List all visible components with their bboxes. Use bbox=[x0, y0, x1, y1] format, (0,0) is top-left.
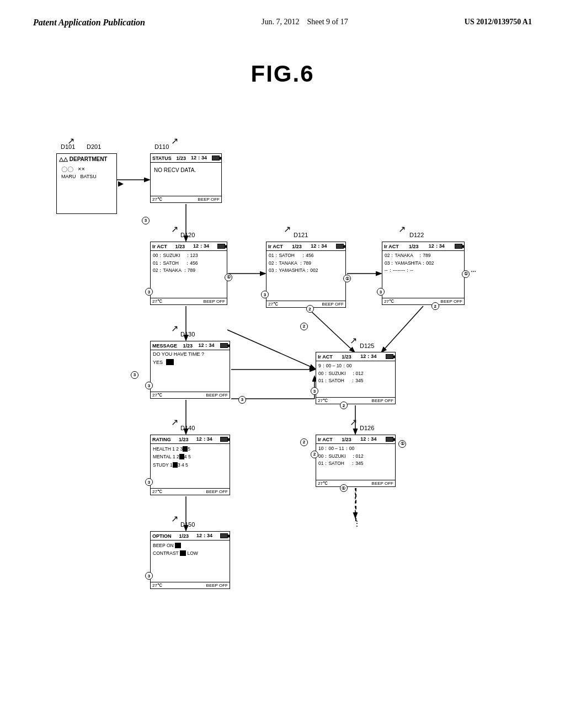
d125-content: 9：00 – 10：00 00：SUZUKI ：012 01：SATOH ：34… bbox=[316, 361, 395, 386]
d150-topbar: OPTION 1/23 12：34 bbox=[151, 532, 230, 540]
d125-battery bbox=[386, 354, 393, 359]
header-center: Jun. 7, 2012 Sheet 9 of 17 bbox=[262, 18, 348, 26]
dashed-line-below-d126 bbox=[355, 488, 356, 521]
fig-title: FIG.6 bbox=[0, 61, 565, 87]
squiggle-d120: ↗ bbox=[171, 224, 178, 234]
squiggle-d110: ↗ bbox=[171, 136, 178, 146]
d126-content: 10：00 – 11：00 00：SUZUKI ：012 01：SATOH ：3… bbox=[316, 444, 395, 469]
squiggle-d130: ↗ bbox=[171, 323, 178, 334]
circle2-d122-bottom: 2 bbox=[431, 302, 439, 310]
d150-battery bbox=[220, 533, 228, 538]
circle3-d121: 3 bbox=[261, 291, 269, 298]
circle1-d121-right: ① bbox=[343, 275, 351, 282]
d150-label: D150 bbox=[180, 521, 195, 528]
device-d125: Ir ACT 1/23 12：34 9：00 – 10：00 00：SUZUKI… bbox=[316, 352, 396, 404]
d130-label: D130 bbox=[180, 331, 195, 338]
d130-bottombar: 27℃ BEEP OFF bbox=[151, 392, 230, 398]
d101-symbols: 〇〇×× bbox=[61, 165, 114, 174]
diagram-area: D101 D201 D110 ↗ ↗ △△ DEPARTMENT 〇〇×× MA… bbox=[45, 98, 520, 622]
d126-label: D126 bbox=[360, 425, 374, 431]
squiggle-d150: ↗ bbox=[171, 513, 178, 524]
dots-below-d126: ⋮ bbox=[353, 519, 361, 528]
circle1-d122-right: ① bbox=[462, 270, 470, 278]
d140-label: D140 bbox=[180, 425, 195, 431]
circle3-d110area: 3 bbox=[142, 214, 150, 224]
d101-arrow: ▶ bbox=[118, 180, 123, 188]
d120-topbar: Ir ACT 1/23 12：34 bbox=[151, 242, 227, 251]
d126-battery bbox=[386, 437, 393, 442]
d121-content: 01：SATOH ：456 02：TANAKA ：789 03：YAMASHIT… bbox=[266, 251, 345, 276]
d101-labels: MARUBATSU bbox=[61, 174, 114, 179]
d122-topbar: Ir ACT 1/23 12：34 bbox=[382, 242, 464, 251]
device-d126: Ir ACT 1/23 12：34 10：00 – 11：00 00：SUZUK… bbox=[316, 435, 396, 487]
circle1-d120-right: ① bbox=[225, 274, 232, 281]
d101-dept: △△ DEPARTMENT bbox=[59, 156, 114, 162]
device-d120: Ir ACT 1/23 12：34 00：SUZUKI ：123 01：SATO… bbox=[150, 242, 227, 305]
d125-label: D125 bbox=[360, 342, 374, 349]
d122-bottombar: 27℃ BEEP OFF bbox=[382, 298, 464, 304]
d110-battery bbox=[212, 156, 220, 160]
svg-line-8 bbox=[227, 330, 315, 368]
d150-content: BEEP ON ■ CONTRAST ■ LOW bbox=[151, 540, 230, 559]
d126-bottombar: 27℃ BEEP OFF bbox=[316, 480, 395, 486]
d120-bottombar: 27℃ BEEP OFF bbox=[151, 298, 227, 304]
d120-label: D120 bbox=[180, 232, 195, 238]
d110-content: NO RECV DATA. bbox=[151, 163, 221, 178]
squiggle-d122: ↗ bbox=[398, 224, 406, 234]
squiggle-d140: ↗ bbox=[171, 417, 178, 427]
d110-topbar: STATUS 1/23 12：34 bbox=[151, 154, 221, 163]
circle3-d125-approach: 3 bbox=[238, 393, 246, 404]
header-right: US 2012/0139750 A1 bbox=[465, 18, 532, 26]
circle3-d122: 3 bbox=[377, 288, 385, 296]
squiggle-d126: ↗ bbox=[350, 417, 357, 427]
d140-battery bbox=[220, 437, 228, 442]
circle3-d125: 3 bbox=[311, 387, 318, 395]
d110-label: D110 bbox=[154, 143, 169, 150]
d201-label: D201 bbox=[87, 143, 101, 150]
d122-battery bbox=[455, 244, 462, 249]
circle2-mid: 2 bbox=[300, 320, 308, 330]
device-d122: Ir ACT 1/23 12：34 02：TANAKA ：789 03：YAMA… bbox=[382, 242, 465, 305]
device-d101: △△ DEPARTMENT 〇〇×× MARUBATSU ▶ bbox=[56, 153, 117, 214]
squiggle-d101: ↗ bbox=[67, 136, 74, 146]
d125-topbar: Ir ACT 1/23 12：34 bbox=[316, 352, 395, 361]
squiggle-d125: ↗ bbox=[350, 335, 357, 346]
circle3-d140: 3 bbox=[145, 478, 153, 486]
d110-bottombar: 27℃ BEEP OFF bbox=[151, 196, 221, 202]
device-d140: RATING 1/23 12：34 HEALTH 1 2 3■5 MENTAL … bbox=[150, 435, 230, 495]
circle2-d126-left: 2 bbox=[311, 451, 318, 458]
d150-bottombar: 27℃ BEEP OFF bbox=[151, 582, 230, 588]
circle3-d120: 3 bbox=[145, 288, 153, 296]
d120-battery bbox=[217, 244, 225, 249]
d121-topbar: Ir ACT 1/23 12：34 bbox=[266, 242, 345, 251]
d130-content: DO YOU HAVE TIME ? YES bbox=[151, 350, 230, 366]
squiggle-d121: ↗ bbox=[284, 224, 291, 234]
circle2-d126-approach: 2 bbox=[300, 436, 308, 446]
device-d110: STATUS 1/23 12：34 NO RECV DATA. 27℃ BEEP… bbox=[150, 153, 222, 203]
svg-line-7 bbox=[307, 308, 354, 352]
d140-topbar: RATING 1/23 12：34 bbox=[151, 435, 230, 444]
d122-ellipsis: … bbox=[471, 267, 476, 273]
d140-content: HEALTH 1 2 3■5 MENTAL 1 2■4 5 STUDY 1■3 … bbox=[151, 444, 230, 470]
circle3-d150: 3 bbox=[145, 572, 153, 580]
device-d130: MESSAGE 1/23 12：34 DO YOU HAVE TIME ? YE… bbox=[150, 341, 230, 399]
d110-status-label: STATUS bbox=[152, 156, 172, 161]
page-header: Patent Application Publication Jun. 7, 2… bbox=[0, 0, 565, 28]
d126-topbar: Ir ACT 1/23 12：34 bbox=[316, 435, 395, 444]
d121-label: D121 bbox=[294, 232, 308, 238]
d122-content: 02：TANAKA ：789 03：YAMASHITA：002 --：-----… bbox=[382, 251, 464, 276]
d130-topbar: MESSAGE 1/23 12：34 bbox=[151, 341, 230, 350]
device-d150: OPTION 1/23 12：34 BEEP ON ■ CONTRAST ■ L… bbox=[150, 531, 230, 589]
circle2-d125-bottom: 2 bbox=[340, 402, 348, 409]
circle2-d121-bottom: 2 bbox=[306, 305, 314, 313]
d125-bottombar: 27℃ BEEP OFF bbox=[316, 397, 395, 404]
circle3-d130: 3 bbox=[145, 382, 153, 389]
d130-battery bbox=[220, 343, 228, 348]
device-d121: Ir ACT 1/23 12：34 01：SATOH ：456 02：TANAK… bbox=[266, 242, 346, 308]
d120-content: 00：SUZUKI ：123 01：SATOH ：456 02：TANAKA ：… bbox=[151, 251, 227, 276]
header-left: Patent Application Publication bbox=[33, 18, 145, 28]
circle1-d126-bottom: ① bbox=[340, 484, 348, 492]
circle1-d126-right: ① bbox=[398, 437, 406, 448]
circle3-left-d130: 3 bbox=[131, 368, 138, 379]
d122-label: D122 bbox=[409, 232, 424, 238]
